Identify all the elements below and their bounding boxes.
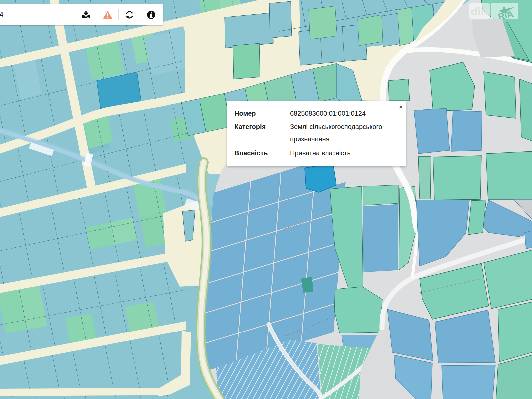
svg-text:dim: dim: [471, 5, 491, 18]
